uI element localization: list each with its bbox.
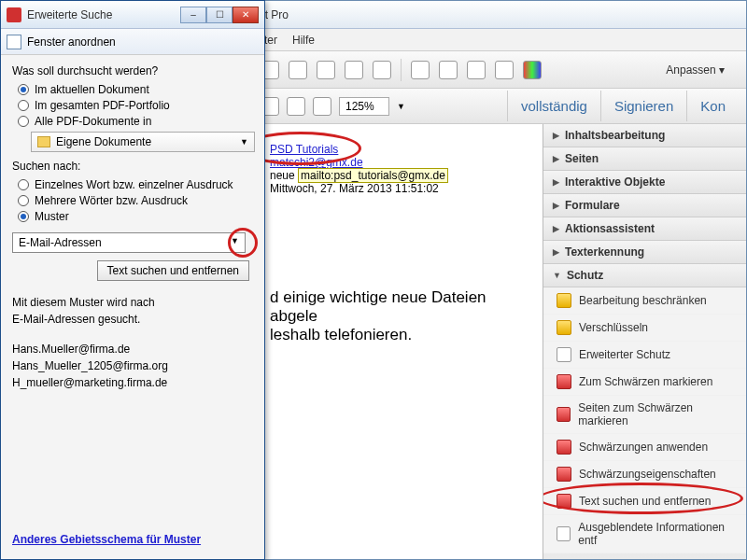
separator (401, 59, 402, 81)
redact-icon (557, 440, 571, 455)
radio-current-doc[interactable]: Im aktuellen Dokument (18, 83, 253, 96)
acrobat-icon (7, 7, 21, 22)
tab-kommentar[interactable]: Kon (686, 91, 739, 121)
pattern-description: Mit diesem Muster wird nach E-Mail-Adres… (12, 294, 253, 328)
customize-dropdown[interactable]: Anpassen ▾ (652, 61, 739, 79)
redact-icon (557, 374, 571, 389)
toolbar-primary: Anpassen ▾ (253, 51, 746, 89)
cloud-icon[interactable] (289, 61, 307, 79)
doc-icon (557, 347, 571, 362)
radio-icon (18, 116, 29, 127)
radio-icon (18, 84, 29, 95)
close-button[interactable]: ✕ (233, 7, 259, 23)
maximize-button[interactable]: ☐ (206, 7, 233, 23)
section-texterkennung[interactable]: ▶Texterkennung (543, 241, 746, 264)
folder-icon (37, 136, 50, 147)
edit-icon[interactable] (439, 61, 458, 79)
document-view: PSD Tutorials matschi2@gmx.de neue mailt… (253, 124, 543, 559)
tab-signieren[interactable]: Signieren (600, 91, 686, 121)
tool-suchen-entfernen[interactable]: Text suchen und entfernen (543, 488, 746, 515)
menubar[interactable]: ster Hilfe (253, 29, 746, 51)
radio-pattern[interactable]: Muster (18, 210, 253, 223)
mailto-tooltip: mailto:psd_tutorials@gmx.de (298, 168, 448, 183)
document-content: PSD Tutorials matschi2@gmx.de neue mailt… (253, 124, 543, 363)
view-tabs: vollständig Signieren Kon (507, 91, 739, 121)
search-subbar: Fenster anordnen (1, 29, 264, 55)
select-icon[interactable] (287, 97, 305, 116)
section-inhalt[interactable]: ▶Inhaltsbearbeitung (543, 124, 746, 147)
tool-verschluesseln[interactable]: Verschlüsseln (543, 315, 746, 342)
radio-all-pdf[interactable]: Alle PDF-Dokumente in (18, 115, 253, 128)
main-window: at Pro ster Hilfe Anpassen ▾ 125% ▼ voll… (252, 0, 747, 560)
tool-bearbeitung[interactable]: Bearbeitung beschränken (543, 287, 746, 315)
email-link[interactable]: matschi2@gmx.de (270, 156, 363, 169)
tab-vollstaendig[interactable]: vollständig (507, 91, 600, 121)
shield-icon (557, 320, 571, 335)
color-icon[interactable] (523, 61, 542, 79)
mail-icon[interactable] (345, 61, 363, 79)
arrow-icon[interactable] (495, 61, 514, 79)
tool-ausgeblendet[interactable]: Ausgeblendete Informationen entf (543, 515, 746, 553)
section-formulare[interactable]: ▶Formulare (543, 194, 746, 217)
neue-label: neue (270, 169, 295, 182)
folder-dropdown[interactable]: Eigene Dokumente ▼ (31, 132, 255, 152)
toolbar-secondary: 125% ▼ vollständig Signieren Kon (253, 89, 746, 124)
share-icon[interactable] (373, 61, 391, 79)
section-schutz[interactable]: ▼Schutz (543, 264, 746, 287)
chevron-down-icon: ▼ (240, 137, 248, 147)
tool-anwenden[interactable]: Schwärzungen anwenden (543, 434, 746, 461)
zoom-icon[interactable] (313, 97, 331, 116)
radio-icon (18, 195, 29, 206)
body-text: d einige wichtige neue Dateien abgele (270, 288, 526, 326)
stamp-icon[interactable] (467, 61, 486, 79)
gear-icon[interactable] (411, 61, 430, 79)
tool-seiten-markieren[interactable]: Seiten zum Schwärzen markieren (543, 396, 746, 434)
redact-search-icon (557, 494, 571, 509)
date-line: Mittwoch, 27. März 2013 11:51:02 (270, 182, 526, 195)
psd-link[interactable]: PSD Tutorials (270, 143, 338, 156)
pattern-dropdown[interactable]: E-Mail-Adressen ▼ (12, 232, 246, 253)
section-seiten[interactable]: ▶Seiten (543, 147, 746, 171)
window-buttons: – ☐ ✕ (180, 7, 259, 23)
radio-multi-word[interactable]: Mehrere Wörter bzw. Ausdruck (18, 194, 253, 207)
search-title: Erweiterte Suche (27, 8, 180, 21)
radio-icon (18, 100, 29, 111)
menu-item[interactable]: Hilfe (292, 34, 315, 47)
zoom-arrow-icon[interactable]: ▼ (397, 102, 405, 111)
section-aktionen[interactable]: ▶Aktionsassistent (543, 217, 746, 241)
pattern-examples: Hans.Mueller@firma.de Hans_Mueller_1205@… (12, 341, 253, 391)
tool-erweitert[interactable]: Erweiterter Schutz (543, 342, 746, 369)
search-remove-button[interactable]: Text suchen und entfernen (97, 260, 249, 281)
print-icon[interactable] (317, 61, 335, 79)
body-text: leshalb telefonieren. (270, 326, 526, 344)
minimize-button[interactable]: – (180, 7, 206, 23)
search-titlebar[interactable]: Erweiterte Suche – ☐ ✕ (1, 1, 264, 29)
redact-icon (557, 467, 571, 482)
locale-link[interactable]: Anderes Gebietsschema für Muster (12, 533, 201, 546)
arrange-label[interactable]: Fenster anordnen (27, 35, 116, 49)
radio-icon (18, 211, 29, 222)
tool-eigenschaften[interactable]: Schwärzungseigenschaften (543, 461, 746, 488)
tools-panel: ▶Inhaltsbearbeitung ▶Seiten ▶Interaktive… (543, 124, 746, 559)
zoom-combo[interactable]: 125% (339, 97, 389, 116)
search-window: Erweiterte Suche – ☐ ✕ Fenster anordnen … (0, 0, 265, 560)
redact-icon (557, 407, 571, 422)
radio-single-word[interactable]: Einzelnes Wort bzw. einzelner Ausdruck (18, 178, 253, 191)
main-titlebar: at Pro (253, 1, 746, 29)
shield-icon (557, 293, 571, 308)
doc-icon (557, 526, 571, 541)
question-scope: Was soll durchsucht werden? (12, 64, 253, 77)
radio-icon (18, 179, 29, 190)
chevron-down-icon: ▼ (231, 236, 239, 249)
tool-markieren[interactable]: Zum Schwärzen markieren (543, 369, 746, 396)
question-mode: Suchen nach: (12, 160, 253, 173)
section-interaktiv[interactable]: ▶Interaktive Objekte (543, 171, 746, 194)
arrange-icon[interactable] (7, 35, 21, 49)
radio-portfolio[interactable]: Im gesamten PDF-Portfolio (18, 99, 253, 112)
search-body: Was soll durchsucht werden? Im aktuellen… (1, 55, 264, 400)
